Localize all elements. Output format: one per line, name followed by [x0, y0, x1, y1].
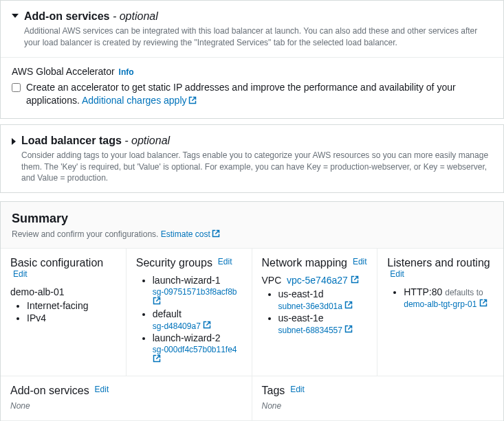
external-link-icon [188, 95, 197, 109]
sg-title: Security groups [136, 257, 212, 269]
caret-right-icon[interactable] [12, 138, 16, 145]
basic-config-card: Basic configuration Edit demo-alb-01 Int… [1, 249, 127, 376]
additional-charges-link[interactable]: Additional charges apply [82, 95, 197, 106]
vpc-link[interactable]: vpc-5e746a27 [287, 275, 359, 286]
edit-sg-link[interactable]: Edit [218, 257, 232, 266]
addon-title: Add-on services [24, 10, 109, 22]
optional-label: - optional [109, 10, 157, 22]
addon-summary-card: Add-on services Edit None [1, 376, 252, 420]
summary-desc: Review and confirm your configurations. … [12, 229, 492, 241]
addon-services-panel: Add-on services - optional Additional AW… [0, 0, 504, 119]
sg-link[interactable]: sg-000df4c57b0b11fe4 [153, 345, 242, 365]
list-item: IPv4 [27, 312, 116, 323]
edit-addon-link[interactable]: Edit [95, 385, 109, 394]
global-accelerator-label: AWS Global Accelerator [12, 66, 115, 77]
tags-none: None [262, 401, 494, 411]
info-link[interactable]: Info [119, 67, 134, 77]
network-mapping-card: Network mapping Edit VPC vpc-5e746a27 us… [252, 249, 378, 376]
listeners-card: Listeners and routing Edit HTTP:80defaul… [377, 249, 503, 376]
edit-tags-link[interactable]: Edit [290, 385, 305, 394]
caret-down-icon[interactable] [12, 14, 19, 18]
addon-desc: Additional AWS services can be integrate… [24, 25, 492, 49]
optional-label: - optional [122, 135, 170, 146]
subnet-link[interactable]: subnet-68834557 [278, 325, 368, 335]
target-group-link[interactable]: demo-alb-tgt-grp-01 [404, 299, 494, 309]
security-groups-card: Security groups Edit launch-wizard-1 sg-… [127, 249, 252, 376]
estimate-cost-link[interactable]: Estimate cost [161, 229, 220, 239]
list-item: us-east-1d subnet-36e3d01a [278, 288, 368, 311]
accelerator-checkbox[interactable] [12, 83, 21, 92]
edit-network-link[interactable]: Edit [353, 257, 367, 266]
summary-panel: Summary Review and confirm your configur… [0, 201, 504, 421]
vpc-label: VPC [262, 275, 282, 286]
addon-summary-title: Add-on services [10, 385, 89, 396]
list-item: launch-wizard-1 sg-09751571b3f8acf8b [153, 275, 242, 307]
list-item: default sg-d48409a7 [153, 308, 242, 331]
list-item: HTTP:80defaults to demo-alb-tgt-grp-01 [404, 286, 494, 309]
edit-listeners-link[interactable]: Edit [390, 269, 404, 279]
list-item: launch-wizard-2 sg-000df4c57b0b11fe4 [153, 332, 242, 365]
tags-summary-title: Tags [262, 385, 285, 396]
edit-basic-link[interactable]: Edit [13, 269, 28, 279]
list-item: us-east-1e subnet-68834557 [278, 312, 368, 335]
lb-name: demo-alb-01 [10, 286, 116, 297]
addon-none: None [10, 401, 242, 411]
list-item: Internet-facing [27, 300, 116, 311]
sg-link[interactable]: sg-d48409a7 [153, 321, 242, 331]
accelerator-desc: Create an accelerator to get static IP a… [26, 81, 492, 109]
tags-panel: Load balancer tags - optional Consider a… [0, 124, 504, 193]
tags-desc: Consider adding tags to your load balanc… [21, 150, 492, 184]
listeners-title: Listeners and routing [387, 257, 490, 269]
external-link-icon [212, 229, 220, 241]
network-title: Network mapping [262, 257, 348, 269]
sg-link[interactable]: sg-09751571b3f8acf8b [153, 287, 242, 307]
tags-summary-card: Tags Edit None [252, 376, 504, 420]
tags-title: Load balancer tags [21, 135, 122, 146]
subnet-link[interactable]: subnet-36e3d01a [278, 301, 368, 311]
summary-title: Summary [12, 212, 492, 226]
basic-title: Basic configuration [10, 257, 103, 269]
